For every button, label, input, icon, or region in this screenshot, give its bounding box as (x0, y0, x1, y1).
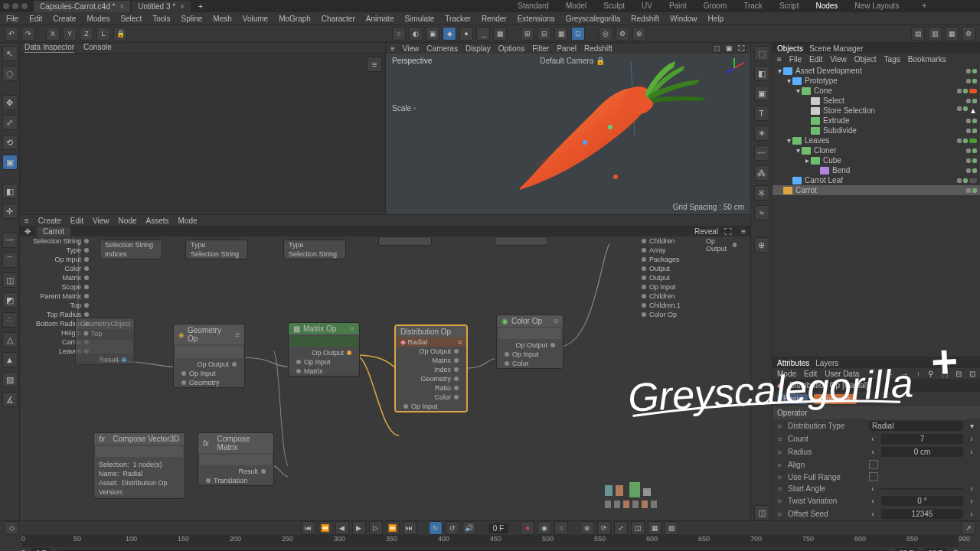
node-geometry-op[interactable]: ◈Geometry Op≡ Op Output Op Input Geometr… (173, 324, 245, 388)
lock-icon[interactable]: 🔒 (113, 27, 127, 41)
node-type[interactable]: Type Selection String (185, 240, 248, 259)
vp-lock-icon[interactable]: ⬚ (712, 44, 721, 53)
minimap[interactable] (605, 478, 697, 516)
na-menu-edit[interactable]: Edit (70, 217, 83, 225)
go-start-icon[interactable]: ⏮ (302, 521, 315, 535)
menu-volume[interactable]: Volume (243, 15, 268, 23)
na-menu-mode[interactable]: Mode (178, 217, 198, 225)
axis-icon[interactable]: ✛ (2, 204, 18, 219)
node-stub2[interactable] (495, 236, 548, 246)
axis-l[interactable]: L (96, 27, 110, 41)
hamburger-icon[interactable]: ≡ (367, 57, 382, 72)
menu-create[interactable]: Create (53, 15, 76, 23)
nav-gizmo-icon[interactable] (723, 57, 746, 80)
pla-key-icon[interactable]: ▦ (648, 521, 662, 535)
na-menu-assets[interactable]: Assets (146, 217, 169, 225)
snap-grid-icon[interactable]: ▦ (554, 27, 568, 41)
next-key-icon[interactable]: ⏩ (386, 521, 400, 535)
node-matrix-op[interactable]: ▦Matrix Op≡ Op Output Op Input Matrix (288, 322, 360, 377)
close-icon[interactable]: × (119, 2, 124, 11)
vp-max-icon[interactable]: ⛶ (737, 44, 746, 53)
node-stub1[interactable] (378, 236, 432, 246)
current-frame[interactable]: 0 F (488, 523, 508, 533)
tree-row[interactable]: Carrot (773, 185, 980, 195)
workplane-icon[interactable]: ◫ (2, 272, 18, 288)
mode-new layouts[interactable]: New Layouts (854, 2, 899, 10)
viewport[interactable]: ≡ViewCamerasDisplayOptionsFilterPanelRed… (385, 43, 750, 214)
pingpong-icon[interactable]: ↺ (446, 521, 459, 535)
obj-menu-view[interactable]: View (830, 55, 847, 64)
attr-row[interactable]: ○Count‹7› (773, 432, 980, 445)
play-icon[interactable]: ▶ (352, 521, 366, 535)
autokey-icon[interactable]: ◉ (537, 521, 551, 535)
expand-icon[interactable]: ⛶ (724, 227, 732, 236)
brush-icon[interactable]: 〰 (2, 233, 18, 248)
reveal-button[interactable]: Reveal (694, 227, 718, 236)
mode-nodes[interactable]: Nodes (815, 2, 838, 10)
scale-icon[interactable]: ⤢ (2, 115, 18, 130)
mode-groom[interactable]: Groom (704, 2, 727, 10)
node-distribution-op[interactable]: Distribution Op ◆ Radial≡ Op Output Matr… (395, 325, 467, 412)
camera-icon[interactable]: ▣ (754, 86, 769, 101)
mode-uv[interactable]: UV (642, 2, 652, 10)
go-end-icon[interactable]: ⏭ (403, 521, 416, 535)
menu-help[interactable]: Help (708, 15, 724, 23)
obj-menu-edit[interactable]: Edit (809, 55, 822, 64)
mode-paint[interactable]: Paint (669, 2, 687, 10)
tree-row[interactable]: ▾Prototype (773, 76, 980, 86)
vp-menu-filter[interactable]: Filter (532, 44, 549, 53)
prev-frame-icon[interactable]: ◀ (335, 521, 349, 535)
deform-icon[interactable]: 〰 (754, 145, 769, 161)
cursor-icon[interactable]: ↖ (2, 46, 18, 61)
file-tab-2[interactable]: Untitled 3 *× (132, 1, 191, 12)
attr-row[interactable]: ○Use Full Range (773, 471, 980, 483)
menu-greyscalegorilla[interactable]: Greyscalegorilla (566, 15, 621, 23)
menu-spline[interactable]: Spline (181, 15, 203, 23)
vp-menu-view[interactable]: View (403, 44, 420, 53)
menu-animate[interactable]: Animate (366, 15, 394, 23)
mode-model[interactable]: Model (566, 2, 586, 10)
measure-icon[interactable]: ∡ (2, 392, 18, 407)
render-queue-icon[interactable]: ▣ (426, 27, 439, 41)
tree-row[interactable]: ▸Cube (773, 155, 980, 165)
window-controls[interactable] (3, 3, 28, 9)
tree-row[interactable]: Carrot Leaf (773, 175, 980, 185)
obj-menu-object[interactable]: Object (854, 55, 877, 64)
home-icon[interactable]: ✥ (24, 227, 31, 236)
live-select-icon[interactable]: ◌ (2, 66, 18, 81)
edit-render-icon[interactable]: ▦ (493, 27, 507, 41)
text-icon[interactable]: T (754, 106, 769, 121)
sim-icon[interactable]: ≈ (754, 205, 769, 220)
field-icon[interactable]: ※ (754, 185, 769, 201)
node-compose-matrix[interactable]: fx Compose Matrix Result Translation (198, 432, 274, 486)
attr-row[interactable]: ○Align (773, 458, 980, 471)
mesh-icon[interactable]: ⬚ (754, 46, 769, 61)
rot-key-icon[interactable]: ⟳ (597, 521, 611, 535)
menu-mesh[interactable]: Mesh (213, 15, 231, 23)
tree-row[interactable]: ▾Cone (773, 86, 980, 96)
undo-icon[interactable]: ↶ (5, 27, 18, 41)
vp-cam-icon[interactable]: ▣ (724, 44, 733, 53)
tree-row[interactable]: ▾Cloner (773, 145, 980, 155)
menu-tracker[interactable]: Tracker (445, 15, 471, 23)
globe-icon[interactable]: ⊕ (754, 237, 769, 253)
record-icon[interactable]: ● (521, 521, 534, 535)
mode-standard[interactable]: Standard (518, 2, 549, 10)
timeline-ruler[interactable]: 0501001502002503003504004505005506006507… (21, 535, 959, 547)
tag-icon[interactable]: ◫ (754, 505, 769, 520)
light-icon[interactable]: ▥ (928, 27, 942, 41)
menu-icon[interactable]: ⊡ (969, 370, 975, 378)
menu-character[interactable]: Character (322, 15, 355, 23)
gear-icon[interactable]: ⚙ (616, 27, 629, 41)
tab-scene-manager[interactable]: Scene Manager (809, 44, 864, 53)
na-menu-create[interactable]: Create (38, 217, 61, 225)
obj-menu-file[interactable]: File (789, 55, 802, 64)
render-region-icon[interactable]: ◐ (409, 27, 423, 41)
node-type2[interactable]: Type Selection String (283, 240, 346, 259)
poly-icon[interactable]: ▲ (2, 352, 18, 367)
key-icon[interactable]: ◇ (5, 521, 18, 535)
nav-up-icon[interactable]: ↑ (916, 370, 920, 378)
na-menu-view[interactable]: View (93, 217, 109, 225)
attr-row[interactable]: ○Distribution TypeRadial▾ (773, 419, 980, 432)
cam-icon[interactable]: ▤ (911, 27, 925, 41)
